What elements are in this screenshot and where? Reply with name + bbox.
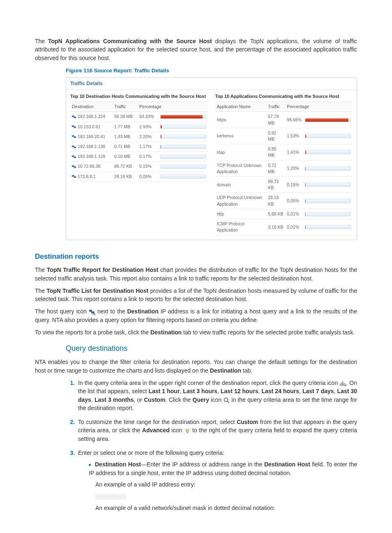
text: tab. — [241, 367, 252, 374]
text: , — [217, 388, 221, 394]
cell-destination[interactable]: 192.168.1.129 — [70, 152, 113, 162]
destination-hosts-section: Top 10 Destination Hosts Communicating w… — [70, 93, 208, 235]
step-3: Enter or select one or more of the follo… — [76, 449, 357, 512]
cell-app[interactable]: domain — [215, 177, 267, 193]
example-label: An example of a valid network/subnet mas… — [95, 504, 357, 512]
cell-traffic: 0.72 MB — [266, 160, 285, 176]
cell-traffic: 1.33 MB — [113, 132, 138, 141]
cell-destination[interactable]: 10.72.66.36 — [70, 162, 113, 171]
table-row: TCP Protocol Unknown Application0.72 MB1… — [215, 160, 353, 176]
cell-percentage: 95.66% — [285, 112, 303, 128]
cell-traffic: 89.72 KB — [266, 177, 285, 193]
cell-destination[interactable]: 192.168.20.41 — [70, 132, 113, 141]
cell-percentage: 0.17% — [138, 152, 158, 162]
text-bold: Destination — [210, 367, 241, 374]
host-icon — [72, 145, 76, 149]
cell-destination[interactable]: 10.153.0.61 — [70, 122, 113, 132]
text: , — [299, 388, 302, 394]
cell-app[interactable]: ldap — [215, 144, 267, 160]
bullet-item: Destination Host—Enter the IP address or… — [89, 460, 357, 477]
text-bold: Advanced — [142, 427, 170, 433]
step-1: In the query criteria area in the upper … — [76, 379, 357, 412]
col-destination[interactable]: Destination — [70, 102, 113, 112]
text-bold: Destination — [150, 329, 182, 336]
cell-percentage: 0.05% — [285, 193, 303, 209]
cell-destination[interactable]: 192.168.1.138 — [70, 141, 113, 151]
cell-traffic: 28.16 KB — [113, 171, 138, 181]
text-bold: Query — [193, 396, 209, 403]
cell-percentage: 0.01% — [285, 209, 303, 219]
text: . Click the — [165, 396, 192, 403]
table-row: 192.168.1.1290.10 MB0.17% — [70, 152, 208, 162]
cell-percentage: 1.17% — [138, 141, 158, 151]
cell-app[interactable]: kerberos — [215, 128, 267, 144]
text-bold: TopN Applications Communicating with the… — [48, 38, 212, 44]
paragraph: The TopN Traffic List for Destination Ho… — [35, 287, 357, 304]
svg-rect-18 — [340, 384, 341, 386]
cell-destination[interactable]: 192.168.1.224 — [70, 112, 113, 122]
svg-rect-5 — [74, 137, 76, 138]
cell-app[interactable]: http — [215, 209, 267, 219]
svg-rect-3 — [74, 127, 76, 128]
option: Last 7 days — [302, 388, 334, 394]
traffic-details-panel: Traffic Details Top 10 Destination Hosts… — [66, 77, 357, 240]
table-row: http5.68 KB0.01% — [215, 209, 353, 219]
table-row: 10.153.0.611.77 MB2.93% — [70, 122, 208, 132]
percentage-bar — [305, 225, 351, 229]
text: tab to view traffic reports for the sele… — [182, 329, 355, 336]
cell-app[interactable]: TCP Protocol Unknown Application — [215, 160, 267, 176]
panel-title: Traffic Details — [66, 78, 357, 90]
cell-percentage: 0.15% — [138, 162, 158, 171]
text-bold: Destination Host — [264, 461, 310, 468]
host-query-icon — [89, 309, 95, 315]
text: Enter or select one or more of the follo… — [78, 450, 224, 456]
cell-bar — [159, 171, 208, 181]
percentage-bar — [160, 155, 206, 159]
cell-traffic: 56.38 MB — [113, 112, 138, 122]
col-traffic[interactable]: Traffic — [113, 102, 138, 112]
cell-destination[interactable]: 172.8.8.1 — [70, 171, 113, 181]
option: Last 3 hours — [183, 388, 217, 394]
cell-app[interactable]: ICMP Protocol Application — [215, 219, 267, 235]
destination-hosts-table: Destination Traffic Percentage 192.168.1… — [70, 102, 208, 182]
percentage-bar — [160, 145, 206, 149]
cell-traffic: 28.16 KB — [266, 193, 285, 209]
page: The TopN Applications Communicating with… — [0, 0, 392, 533]
text-bold: Custom — [237, 419, 258, 425]
text: The — [35, 38, 48, 44]
cell-traffic: 0.71 MB — [113, 141, 138, 151]
svg-rect-20 — [342, 381, 343, 386]
cell-bar — [303, 160, 353, 176]
col-percentage[interactable]: Percentage — [138, 102, 208, 112]
text: icon — [170, 427, 184, 433]
cell-bar — [159, 141, 208, 151]
text-bold: TopN Traffic List for Destination Host — [46, 287, 148, 294]
cell-traffic: 57.79 MB — [266, 112, 285, 128]
step-2: To customize the time range for the dest… — [76, 418, 357, 443]
svg-line-24 — [227, 401, 229, 403]
text: The — [35, 287, 46, 294]
text: icon — [209, 396, 223, 403]
cell-bar — [159, 112, 208, 122]
cell-traffic: 1.77 MB — [113, 122, 138, 132]
svg-point-23 — [224, 398, 228, 401]
option: Last 1 hour — [148, 388, 180, 394]
cell-traffic: 0.10 MB — [113, 152, 138, 162]
cell-bar — [303, 209, 353, 219]
cell-bar — [159, 122, 208, 132]
table-row: 192.168.1.22456.38 MB93.33% — [70, 112, 208, 122]
col-percentage[interactable]: Percentage — [285, 102, 353, 112]
cell-app[interactable]: https — [215, 112, 267, 128]
table-row: 172.8.8.128.16 KB0.05% — [70, 171, 208, 181]
percentage-bar — [305, 199, 351, 203]
percentage-bar — [305, 118, 351, 122]
percentage-bar — [305, 150, 351, 154]
col-traffic[interactable]: Traffic — [266, 102, 285, 112]
host-icon — [72, 155, 76, 159]
option: Last 3 months — [95, 396, 134, 403]
table-row: UDP Protocol Unknown Application28.16 KB… — [215, 193, 353, 209]
col-app[interactable]: Application Name — [215, 102, 267, 112]
table-row: 192.168.20.411.33 MB2.20% — [70, 132, 208, 141]
cell-bar — [159, 132, 208, 141]
cell-app[interactable]: UDP Protocol Unknown Application — [215, 193, 267, 209]
